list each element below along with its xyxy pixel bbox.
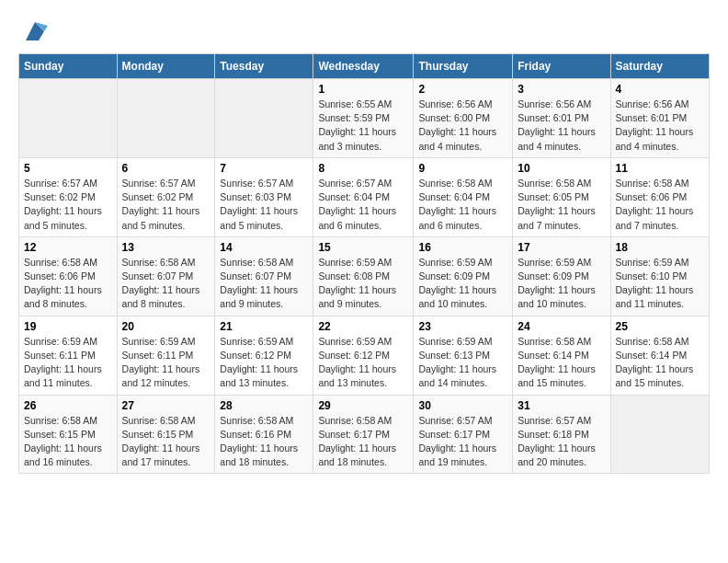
day-cell: 21Sunrise: 6:59 AMSunset: 6:12 PMDayligh… bbox=[215, 316, 313, 395]
day-info: Sunrise: 6:58 AMSunset: 6:14 PMDaylight:… bbox=[518, 335, 605, 391]
day-number: 16 bbox=[418, 241, 507, 254]
day-info: Sunrise: 6:58 AMSunset: 6:16 PMDaylight:… bbox=[220, 414, 308, 470]
day-info: Sunrise: 6:57 AMSunset: 6:04 PMDaylight:… bbox=[318, 177, 408, 233]
week-row-4: 19Sunrise: 6:59 AMSunset: 6:11 PMDayligh… bbox=[19, 316, 710, 395]
day-info: Sunrise: 6:58 AMSunset: 6:06 PMDaylight:… bbox=[616, 177, 705, 233]
weekday-header-sunday: Sunday bbox=[19, 54, 118, 79]
day-info: Sunrise: 6:59 AMSunset: 6:09 PMDaylight:… bbox=[418, 256, 507, 312]
day-info: Sunrise: 6:58 AMSunset: 6:15 PMDaylight:… bbox=[24, 414, 112, 470]
day-cell: 17Sunrise: 6:59 AMSunset: 6:09 PMDayligh… bbox=[513, 236, 610, 316]
day-cell: 7Sunrise: 6:57 AMSunset: 6:03 PMDaylight… bbox=[215, 157, 313, 236]
day-number: 29 bbox=[318, 399, 408, 412]
day-info: Sunrise: 6:58 AMSunset: 6:06 PMDaylight:… bbox=[24, 256, 112, 312]
day-cell: 2Sunrise: 6:56 AMSunset: 6:00 PMDaylight… bbox=[414, 79, 513, 158]
week-row-3: 12Sunrise: 6:58 AMSunset: 6:06 PMDayligh… bbox=[19, 236, 710, 316]
day-info: Sunrise: 6:59 AMSunset: 6:10 PMDaylight:… bbox=[616, 256, 705, 312]
day-cell: 10Sunrise: 6:58 AMSunset: 6:05 PMDayligh… bbox=[513, 157, 610, 236]
day-cell: 19Sunrise: 6:59 AMSunset: 6:11 PMDayligh… bbox=[19, 316, 118, 395]
day-number: 22 bbox=[318, 320, 408, 333]
day-cell: 5Sunrise: 6:57 AMSunset: 6:02 PMDaylight… bbox=[19, 157, 118, 236]
calendar-body: 1Sunrise: 6:55 AMSunset: 5:59 PMDaylight… bbox=[19, 79, 710, 474]
day-info: Sunrise: 6:58 AMSunset: 6:15 PMDaylight:… bbox=[122, 414, 210, 470]
day-info: Sunrise: 6:59 AMSunset: 6:08 PMDaylight:… bbox=[318, 256, 408, 312]
day-cell: 1Sunrise: 6:55 AMSunset: 5:59 PMDaylight… bbox=[313, 79, 414, 158]
logo-icon bbox=[22, 18, 48, 44]
day-cell: 30Sunrise: 6:57 AMSunset: 6:17 PMDayligh… bbox=[414, 395, 513, 474]
day-info: Sunrise: 6:59 AMSunset: 6:11 PMDaylight:… bbox=[24, 335, 112, 391]
day-cell: 3Sunrise: 6:56 AMSunset: 6:01 PMDaylight… bbox=[513, 79, 610, 158]
day-cell: 15Sunrise: 6:59 AMSunset: 6:08 PMDayligh… bbox=[313, 236, 414, 316]
day-number: 24 bbox=[518, 320, 605, 333]
day-cell: 14Sunrise: 6:58 AMSunset: 6:07 PMDayligh… bbox=[215, 236, 313, 316]
week-row-2: 5Sunrise: 6:57 AMSunset: 6:02 PMDaylight… bbox=[19, 157, 710, 236]
day-number: 8 bbox=[318, 162, 408, 175]
day-info: Sunrise: 6:59 AMSunset: 6:11 PMDaylight:… bbox=[122, 335, 210, 391]
day-number: 4 bbox=[616, 83, 705, 96]
day-cell bbox=[215, 79, 313, 158]
day-cell: 6Sunrise: 6:57 AMSunset: 6:02 PMDaylight… bbox=[117, 157, 215, 236]
day-number: 27 bbox=[122, 399, 210, 412]
day-cell: 16Sunrise: 6:59 AMSunset: 6:09 PMDayligh… bbox=[414, 236, 513, 316]
day-number: 17 bbox=[518, 241, 605, 254]
day-cell: 24Sunrise: 6:58 AMSunset: 6:14 PMDayligh… bbox=[513, 316, 610, 395]
day-number: 7 bbox=[220, 162, 308, 175]
logo bbox=[18, 18, 48, 44]
day-info: Sunrise: 6:57 AMSunset: 6:18 PMDaylight:… bbox=[518, 414, 605, 470]
day-info: Sunrise: 6:58 AMSunset: 6:04 PMDaylight:… bbox=[418, 177, 507, 233]
day-info: Sunrise: 6:56 AMSunset: 6:01 PMDaylight:… bbox=[518, 98, 605, 154]
day-info: Sunrise: 6:58 AMSunset: 6:07 PMDaylight:… bbox=[220, 256, 308, 312]
day-number: 10 bbox=[518, 162, 605, 175]
day-number: 21 bbox=[220, 320, 308, 333]
day-cell bbox=[117, 79, 215, 158]
day-cell: 25Sunrise: 6:58 AMSunset: 6:14 PMDayligh… bbox=[610, 316, 710, 395]
weekday-header-monday: Monday bbox=[117, 54, 215, 79]
day-cell: 26Sunrise: 6:58 AMSunset: 6:15 PMDayligh… bbox=[19, 395, 118, 474]
day-cell: 18Sunrise: 6:59 AMSunset: 6:10 PMDayligh… bbox=[610, 236, 710, 316]
page-header bbox=[18, 18, 710, 44]
day-cell: 23Sunrise: 6:59 AMSunset: 6:13 PMDayligh… bbox=[414, 316, 513, 395]
day-cell: 28Sunrise: 6:58 AMSunset: 6:16 PMDayligh… bbox=[215, 395, 313, 474]
day-info: Sunrise: 6:59 AMSunset: 6:12 PMDaylight:… bbox=[318, 335, 408, 391]
day-info: Sunrise: 6:58 AMSunset: 6:05 PMDaylight:… bbox=[518, 177, 605, 233]
day-info: Sunrise: 6:57 AMSunset: 6:02 PMDaylight:… bbox=[122, 177, 210, 233]
calendar-table: SundayMondayTuesdayWednesdayThursdayFrid… bbox=[18, 53, 710, 474]
day-cell: 12Sunrise: 6:58 AMSunset: 6:06 PMDayligh… bbox=[19, 236, 118, 316]
day-number: 6 bbox=[122, 162, 210, 175]
day-number: 14 bbox=[220, 241, 308, 254]
day-number: 12 bbox=[24, 241, 112, 254]
weekday-header-tuesday: Tuesday bbox=[215, 54, 313, 79]
day-number: 11 bbox=[616, 162, 705, 175]
day-number: 28 bbox=[220, 399, 308, 412]
day-cell: 20Sunrise: 6:59 AMSunset: 6:11 PMDayligh… bbox=[117, 316, 215, 395]
day-info: Sunrise: 6:57 AMSunset: 6:02 PMDaylight:… bbox=[24, 177, 112, 233]
day-number: 23 bbox=[418, 320, 507, 333]
day-cell: 4Sunrise: 6:56 AMSunset: 6:01 PMDaylight… bbox=[610, 79, 710, 158]
day-cell: 27Sunrise: 6:58 AMSunset: 6:15 PMDayligh… bbox=[117, 395, 215, 474]
day-info: Sunrise: 6:58 AMSunset: 6:17 PMDaylight:… bbox=[318, 414, 408, 470]
day-number: 26 bbox=[24, 399, 112, 412]
day-info: Sunrise: 6:59 AMSunset: 6:12 PMDaylight:… bbox=[220, 335, 308, 391]
day-info: Sunrise: 6:57 AMSunset: 6:03 PMDaylight:… bbox=[220, 177, 308, 233]
day-info: Sunrise: 6:59 AMSunset: 6:09 PMDaylight:… bbox=[518, 256, 605, 312]
day-info: Sunrise: 6:56 AMSunset: 6:01 PMDaylight:… bbox=[616, 98, 705, 154]
calendar-header: SundayMondayTuesdayWednesdayThursdayFrid… bbox=[19, 54, 710, 79]
day-cell: 29Sunrise: 6:58 AMSunset: 6:17 PMDayligh… bbox=[313, 395, 414, 474]
day-number: 19 bbox=[24, 320, 112, 333]
week-row-1: 1Sunrise: 6:55 AMSunset: 5:59 PMDaylight… bbox=[19, 79, 710, 158]
day-number: 15 bbox=[318, 241, 408, 254]
day-info: Sunrise: 6:58 AMSunset: 6:14 PMDaylight:… bbox=[616, 335, 705, 391]
day-cell bbox=[19, 79, 118, 158]
day-info: Sunrise: 6:55 AMSunset: 5:59 PMDaylight:… bbox=[318, 98, 408, 154]
day-cell: 13Sunrise: 6:58 AMSunset: 6:07 PMDayligh… bbox=[117, 236, 215, 316]
day-number: 1 bbox=[318, 83, 408, 96]
day-number: 18 bbox=[616, 241, 705, 254]
day-cell bbox=[610, 395, 710, 474]
weekday-header-thursday: Thursday bbox=[414, 54, 513, 79]
day-number: 20 bbox=[122, 320, 210, 333]
day-number: 25 bbox=[616, 320, 705, 333]
day-number: 31 bbox=[518, 399, 605, 412]
day-info: Sunrise: 6:57 AMSunset: 6:17 PMDaylight:… bbox=[418, 414, 507, 470]
day-info: Sunrise: 6:58 AMSunset: 6:07 PMDaylight:… bbox=[122, 256, 210, 312]
day-cell: 22Sunrise: 6:59 AMSunset: 6:12 PMDayligh… bbox=[313, 316, 414, 395]
day-cell: 8Sunrise: 6:57 AMSunset: 6:04 PMDaylight… bbox=[313, 157, 414, 236]
